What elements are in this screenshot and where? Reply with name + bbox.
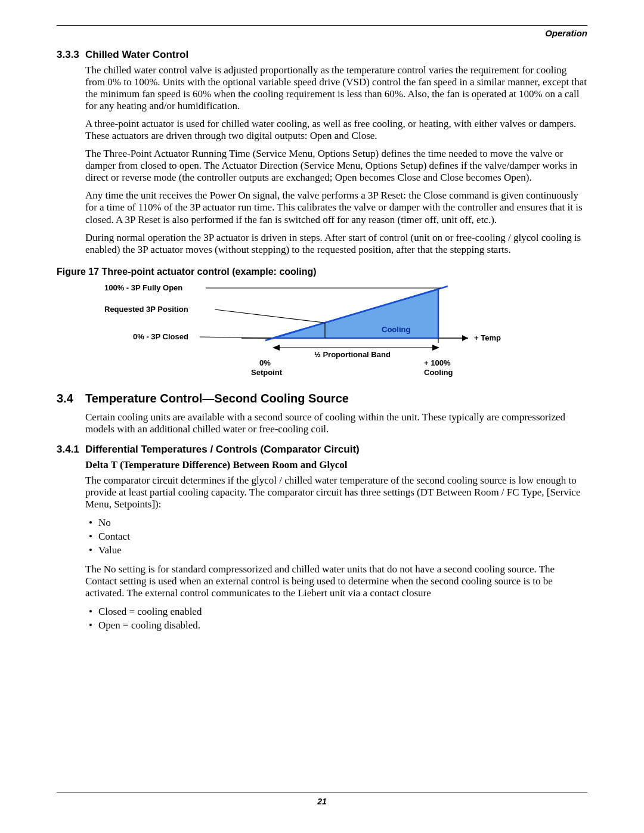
heading-number: 3.3.3 — [57, 49, 85, 61]
figure-caption: Figure 17 Three-point actuator control (… — [57, 267, 587, 277]
label-setpoint: Setpoint — [251, 368, 282, 377]
label-closed: 0% - 3P Closed — [133, 332, 188, 341]
svg-marker-8 — [432, 345, 439, 351]
heading-3-3-3: 3.3.3 Chilled Water Control — [57, 49, 587, 64]
bullet-list-2: Closed = cooling enabled Open = cooling … — [85, 605, 587, 633]
list-item: Contact — [98, 530, 587, 544]
label-cooling-2: Cooling — [424, 368, 453, 377]
svg-line-11 — [200, 337, 271, 338]
footer-rule — [57, 792, 587, 792]
section-3-4-body: Certain cooling units are available with… — [85, 411, 587, 435]
list-item: Open = cooling disabled. — [98, 619, 587, 633]
header-section-label: Operation — [57, 28, 587, 38]
section-3-4-1-body: Delta T (Temperature Difference) Between… — [85, 459, 587, 633]
list-item: No — [98, 516, 587, 530]
bullet-list-1: No Contact Value — [85, 516, 587, 558]
page-footer: 21 — [57, 792, 587, 807]
heading-number: 3.4.1 — [57, 444, 85, 456]
label-fully-open: 100% - 3P Fully Open — [104, 283, 182, 292]
paragraph: The chilled water control valve is adjus… — [85, 64, 587, 112]
svg-marker-1 — [462, 335, 468, 341]
svg-line-10 — [215, 309, 324, 323]
list-item: Closed = cooling enabled — [98, 605, 587, 619]
label-plus-100: + 100% — [424, 358, 450, 367]
figure-17: 100% - 3P Fully Open Requested 3P Positi… — [104, 283, 522, 379]
label-cooling: Cooling — [382, 325, 410, 334]
section-3-3-3-body: The chilled water control valve is adjus… — [85, 64, 587, 256]
page-number: 21 — [317, 797, 327, 806]
paragraph: A three-point actuator is used for chill… — [85, 118, 587, 142]
actuator-chart-svg — [104, 283, 522, 379]
svg-marker-7 — [273, 345, 280, 351]
paragraph: The comparator circuit determines if the… — [85, 475, 587, 510]
label-half-band: ½ Proportional Band — [314, 350, 391, 359]
paragraph: During normal operation the 3P actuator … — [85, 232, 587, 256]
heading-3-4: 3.4 Temperature Control—Second Cooling S… — [57, 392, 587, 411]
heading-title: Differential Temperatures / Controls (Co… — [85, 444, 360, 456]
list-item: Value — [98, 544, 587, 558]
paragraph: Certain cooling units are available with… — [85, 411, 587, 435]
paragraph: Any time the unit receives the Power On … — [85, 190, 587, 225]
heading-title: Temperature Control—Second Cooling Sourc… — [85, 392, 349, 405]
heading-number: 3.4 — [57, 392, 85, 405]
heading-title: Chilled Water Control — [85, 49, 188, 61]
label-plus-temp: + Temp — [474, 333, 501, 342]
label-zero-percent: 0% — [259, 358, 271, 367]
heading-3-4-1: 3.4.1 Differential Temperatures / Contro… — [57, 444, 587, 459]
page-content: Operation 3.3.3 Chilled Water Control Th… — [57, 25, 587, 639]
paragraph: The No setting is for standard compresso… — [85, 563, 587, 599]
label-requested-position: Requested 3P Position — [104, 305, 188, 314]
header-rule — [57, 25, 587, 26]
paragraph: The Three-Point Actuator Running Time (S… — [85, 148, 587, 184]
subheading-delta-t: Delta T (Temperature Difference) Between… — [85, 459, 587, 471]
